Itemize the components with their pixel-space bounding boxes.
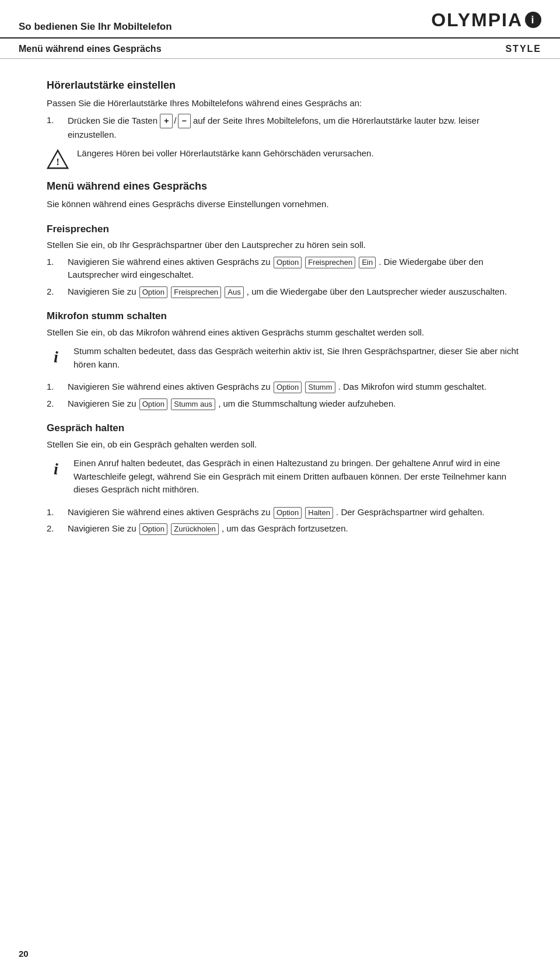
section3-title: Freisprechen bbox=[47, 222, 525, 237]
step-number: 2. bbox=[47, 522, 61, 536]
step2-pre: Navigieren Sie zu bbox=[68, 286, 136, 296]
section-hoererlautstaerke: Hörerlautstärke einstellen Passen Sie di… bbox=[47, 78, 525, 170]
step-text: Navigieren Sie zu Option Freisprechen Au… bbox=[68, 285, 525, 299]
section5-title: Gespräch halten bbox=[47, 421, 525, 436]
svg-text:!: ! bbox=[56, 156, 60, 167]
step1-post: . Das Mikrofon wird stumm geschaltet. bbox=[338, 382, 487, 391]
option-key: Option bbox=[139, 398, 167, 410]
info-box-stumm: i Stumm schalten bedeutet, dass das Gesp… bbox=[47, 345, 525, 375]
warning-box: ! Längeres Hören bei voller Hörerlautstä… bbox=[47, 147, 525, 170]
section5-steps: 1. Navigieren Sie während eines aktiven … bbox=[47, 506, 525, 536]
logo-icon: i bbox=[525, 12, 541, 28]
freisprechen-key: Freisprechen bbox=[171, 286, 221, 298]
step-number: 1. bbox=[47, 506, 61, 519]
stummaus-key: Stumm aus bbox=[171, 398, 215, 410]
subheader-style: STYLE bbox=[505, 42, 541, 56]
step2-post: , um die Stummschaltung wieder aufzuhebe… bbox=[218, 398, 396, 408]
section3-intro: Stellen Sie ein, ob Ihr Gesprächspartner… bbox=[47, 239, 525, 252]
step-text: Navigieren Sie zu Option Stumm aus , um … bbox=[68, 397, 525, 411]
step-number: 2. bbox=[47, 285, 61, 299]
step-item: 1. Navigieren Sie während eines aktiven … bbox=[47, 380, 525, 394]
step-item: 2. Navigieren Sie zu Option Stumm aus , … bbox=[47, 397, 525, 411]
step-text: Navigieren Sie während eines aktiven Ges… bbox=[68, 506, 525, 519]
section4-steps: 1. Navigieren Sie während eines aktiven … bbox=[47, 380, 525, 410]
step-text: Navigieren Sie während eines aktiven Ges… bbox=[68, 380, 525, 394]
stumm-key: Stumm bbox=[305, 382, 335, 393]
info-box-halten: i Einen Anruf halten bedeutet, das Gespr… bbox=[47, 457, 525, 500]
header: So bedienen Sie Ihr Mobiltelefon OLYMPIA… bbox=[0, 0, 560, 39]
header-logo: OLYMPIA i bbox=[431, 6, 541, 34]
subheader: Menü während eines Gesprächs STYLE bbox=[0, 39, 560, 59]
ein-key: Ein bbox=[359, 257, 376, 268]
logo-text: OLYMPIA bbox=[431, 6, 523, 34]
section1-steps: 1. Drücken Sie die Tasten + / − auf der … bbox=[47, 114, 525, 142]
section-stumm: Mikrofon stumm schalten Stellen Sie ein,… bbox=[47, 309, 525, 410]
step1-text: Drücken Sie die Tasten + / − auf der Sei… bbox=[68, 114, 525, 142]
freisprechen-key: Freisprechen bbox=[305, 257, 355, 268]
option-key: Option bbox=[274, 382, 302, 393]
step-number: 1. bbox=[47, 380, 61, 394]
zurueckholen-key: Zurückholen bbox=[171, 523, 219, 535]
step-number: 1. bbox=[47, 256, 61, 282]
step1-pre: Navigieren Sie während eines aktiven Ges… bbox=[68, 257, 271, 267]
step-item: 1. Drücken Sie die Tasten + / − auf der … bbox=[47, 114, 525, 142]
section3-steps: 1. Navigieren Sie während eines aktiven … bbox=[47, 256, 525, 299]
info-icon: i bbox=[47, 457, 65, 481]
info-text: Stumm schalten bedeutet, dass das Gesprä… bbox=[74, 345, 525, 371]
section1-title: Hörerlautstärke einstellen bbox=[47, 78, 525, 93]
option-key: Option bbox=[139, 286, 167, 298]
page-number: 20 bbox=[19, 947, 29, 961]
header-title: So bedienen Sie Ihr Mobiltelefon bbox=[19, 19, 172, 34]
info-icon: i bbox=[47, 345, 65, 369]
plus-key: + bbox=[160, 114, 173, 128]
step1-pre: Navigieren Sie während eines aktiven Ges… bbox=[68, 382, 271, 391]
step-item: 2. Navigieren Sie zu Option Freisprechen… bbox=[47, 285, 525, 299]
info-text: Einen Anruf halten bedeutet, das Gespräc… bbox=[74, 457, 525, 497]
step2-pre: Navigieren Sie zu bbox=[68, 398, 136, 408]
step2-post: , um das Gespräch fortzusetzen. bbox=[222, 523, 348, 533]
step-item: 1. Navigieren Sie während eines aktiven … bbox=[47, 256, 525, 282]
option-key: Option bbox=[274, 257, 302, 268]
section2-title: Menü während eines Gesprächs bbox=[47, 179, 525, 194]
warning-text: Längeres Hören bei voller Hörerlautstärk… bbox=[77, 147, 374, 160]
option-key: Option bbox=[274, 507, 302, 519]
section1-intro: Passen Sie die Hörerlautstärke Ihres Mob… bbox=[47, 97, 525, 110]
step-text: Navigieren Sie zu Option Zurückholen , u… bbox=[68, 522, 525, 536]
step-text: Navigieren Sie während eines aktiven Ges… bbox=[68, 256, 525, 282]
halten-key: Halten bbox=[305, 507, 333, 519]
key-group: + / − bbox=[160, 114, 191, 128]
step-item: 2. Navigieren Sie zu Option Zurückholen … bbox=[47, 522, 525, 536]
step2-pre: Navigieren Sie zu bbox=[68, 523, 136, 533]
section2-intro: Sie können während eines Gesprächs diver… bbox=[47, 198, 525, 211]
warning-icon: ! bbox=[47, 148, 69, 170]
step1-pre: Navigieren Sie während eines aktiven Ges… bbox=[68, 507, 271, 517]
aus-key: Aus bbox=[225, 286, 243, 298]
section-halten: Gespräch halten Stellen Sie ein, ob ein … bbox=[47, 421, 525, 536]
step-number: 1. bbox=[47, 114, 61, 142]
step-item: 1. Navigieren Sie während eines aktiven … bbox=[47, 506, 525, 519]
minus-key: − bbox=[178, 114, 191, 128]
step-number: 2. bbox=[47, 397, 61, 411]
section-menu: Menü während eines Gesprächs Sie können … bbox=[47, 179, 525, 211]
section5-intro: Stellen Sie ein, ob ein Gespräch gehalte… bbox=[47, 438, 525, 452]
step1-pre: Drücken Sie die Tasten bbox=[68, 116, 158, 125]
section-freisprechen: Freisprechen Stellen Sie ein, ob Ihr Ges… bbox=[47, 222, 525, 299]
section4-title: Mikrofon stumm schalten bbox=[47, 309, 525, 324]
subheader-title: Menü während eines Gesprächs bbox=[19, 42, 162, 56]
option-key: Option bbox=[139, 523, 167, 535]
main-content: Hörerlautstärke einstellen Passen Sie di… bbox=[0, 59, 560, 550]
section4-intro: Stellen Sie ein, ob das Mikrofon während… bbox=[47, 326, 525, 340]
step1-post: . Der Gesprächspartner wird gehalten. bbox=[336, 507, 484, 517]
step2-post: , um die Wiedergabe über den Lautspreche… bbox=[247, 286, 507, 296]
